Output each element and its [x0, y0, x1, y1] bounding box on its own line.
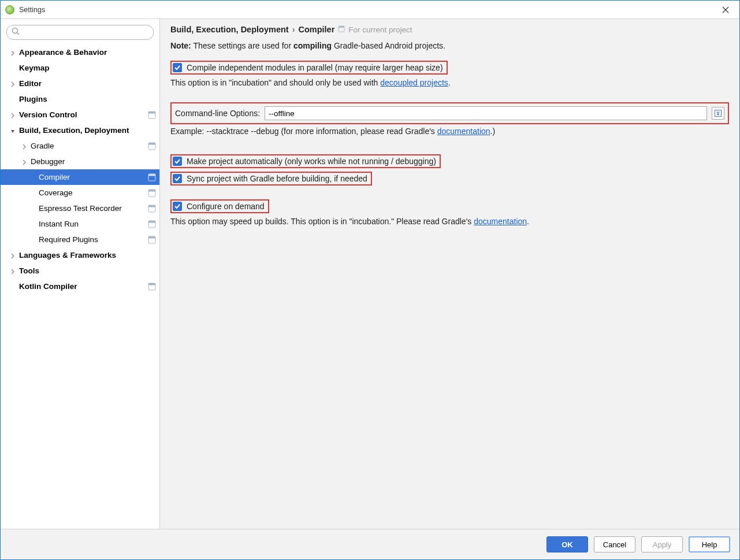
check-icon — [174, 64, 181, 71]
tree-item[interactable]: Keymap — [1, 60, 159, 76]
svg-line-1 — [17, 33, 20, 35]
expand-icon — [714, 109, 722, 117]
cmdline-input[interactable] — [265, 106, 707, 120]
search-input[interactable] — [6, 25, 154, 40]
compile-parallel-checkbox[interactable] — [173, 63, 182, 72]
tree-item-label: Tools — [19, 266, 156, 275]
tree-item-label: Editor — [19, 79, 156, 88]
cmdline-expand-button[interactable] — [712, 107, 724, 120]
chevron-right-icon[interactable] — [10, 80, 17, 87]
configure-demand-checkbox[interactable] — [173, 202, 182, 211]
tree-item[interactable]: Coverage — [1, 185, 159, 201]
breadcrumb-separator: › — [292, 25, 295, 34]
svg-rect-11 — [148, 205, 155, 207]
svg-point-0 — [13, 28, 18, 34]
tree-item[interactable]: Gradle — [1, 138, 159, 154]
decoupled-projects-link[interactable]: decoupled projects — [380, 78, 448, 87]
ok-button[interactable]: OK — [546, 536, 588, 552]
tree-item-label: Plugins — [19, 95, 156, 103]
check-icon — [174, 175, 181, 182]
app-icon — [5, 5, 14, 14]
arrow-spacer — [29, 236, 36, 243]
cancel-button[interactable]: Cancel — [594, 536, 635, 552]
tree-item-label: Build, Execution, Deployment — [19, 126, 156, 135]
sync-gradle-label: Sync project with Gradle before building… — [187, 174, 367, 183]
tree-item[interactable]: Required Plugins — [1, 232, 159, 247]
tree-item[interactable]: Kotlin Compiler — [1, 279, 159, 294]
parallel-hint: This option is in "incubation" and shoul… — [170, 78, 729, 87]
project-scope-icon — [148, 236, 156, 244]
chevron-down-icon[interactable] — [10, 127, 17, 134]
cmdline-example: Example: --stacktrace --debug (for more … — [170, 127, 729, 136]
tree-item[interactable]: Languages & Frameworks — [1, 247, 159, 263]
breadcrumb-parent: Build, Execution, Deployment — [170, 25, 289, 34]
arrow-spacer — [10, 65, 17, 72]
tree-item[interactable]: Tools — [1, 263, 159, 279]
gradle-doc-link-2[interactable]: documentation — [474, 217, 527, 226]
arrow-spacer — [10, 283, 17, 290]
arrow-spacer — [29, 205, 36, 212]
tree-item-label: Coverage — [39, 188, 146, 197]
chevron-right-icon[interactable] — [10, 252, 17, 259]
project-scope-icon — [148, 111, 156, 119]
tree-item[interactable]: Instant Run — [1, 216, 159, 232]
search-wrap — [1, 25, 159, 44]
breadcrumb-current: Compiler — [298, 25, 334, 34]
tree-item[interactable]: Version Control — [1, 107, 159, 123]
chevron-right-icon[interactable] — [21, 143, 28, 150]
tree-item-label: Instant Run — [39, 220, 146, 228]
arrow-spacer — [29, 174, 36, 181]
project-scope-icon — [148, 189, 156, 197]
svg-rect-17 — [148, 283, 155, 285]
tree-item-label: Compiler — [39, 173, 146, 181]
cmdline-label: Command-line Options: — [175, 109, 260, 118]
dialog-footer: OK Cancel Apply Help — [1, 529, 739, 559]
project-scope-icon — [338, 25, 345, 34]
window-title: Settings — [19, 6, 716, 14]
compile-parallel-label: Compile independent modules in parallel … — [187, 63, 443, 72]
apply-button[interactable]: Apply — [641, 536, 683, 552]
settings-window: Settings Appearance & BehaviorKeymapEdit… — [0, 0, 740, 560]
tree-item[interactable]: Plugins — [1, 91, 159, 107]
note-text: Note: These settings are used for compil… — [170, 41, 729, 50]
arrow-spacer — [29, 221, 36, 228]
tree-item-label: Languages & Frameworks — [19, 251, 156, 259]
gradle-doc-link[interactable]: documentation — [437, 127, 490, 136]
project-scope-icon — [148, 173, 156, 181]
svg-rect-19 — [339, 26, 344, 28]
arrow-spacer — [29, 190, 36, 196]
tree-item[interactable]: Build, Execution, Deployment — [1, 123, 159, 138]
project-scope-icon — [148, 205, 156, 213]
chevron-right-icon[interactable] — [10, 49, 17, 56]
settings-tree[interactable]: Appearance & BehaviorKeymapEditorPlugins… — [1, 44, 159, 529]
tree-item[interactable]: Compiler — [1, 169, 159, 185]
check-icon — [174, 158, 181, 165]
make-auto-label: Make project automatically (only works w… — [187, 157, 436, 166]
make-auto-checkbox[interactable] — [173, 157, 182, 166]
tree-item[interactable]: Espresso Test Recorder — [1, 201, 159, 216]
titlebar: Settings — [1, 1, 739, 19]
tree-item[interactable]: Editor — [1, 76, 159, 91]
svg-rect-13 — [148, 221, 155, 223]
svg-rect-7 — [148, 174, 155, 176]
chevron-right-icon[interactable] — [10, 268, 17, 275]
svg-rect-3 — [148, 112, 155, 114]
breadcrumb: Build, Execution, Deployment › Compiler … — [170, 25, 729, 34]
window-close-button[interactable] — [716, 3, 735, 17]
svg-rect-5 — [148, 143, 155, 145]
check-icon — [174, 203, 181, 210]
note-prefix: Note: — [170, 41, 191, 50]
tree-item-label: Gradle — [31, 142, 146, 150]
configure-demand-hint: This option may speed up builds. This op… — [170, 217, 729, 226]
close-icon — [722, 6, 729, 13]
chevron-right-icon[interactable] — [10, 112, 17, 118]
tree-item[interactable]: Debugger — [1, 154, 159, 169]
tree-item[interactable]: Appearance & Behavior — [1, 44, 159, 60]
tree-item-label: Version Control — [19, 110, 146, 119]
help-button[interactable]: Help — [689, 536, 730, 552]
project-scope-icon — [148, 220, 156, 228]
svg-rect-9 — [148, 190, 155, 192]
tree-item-label: Espresso Test Recorder — [39, 204, 146, 213]
chevron-right-icon[interactable] — [21, 158, 28, 165]
sync-gradle-checkbox[interactable] — [173, 174, 182, 183]
